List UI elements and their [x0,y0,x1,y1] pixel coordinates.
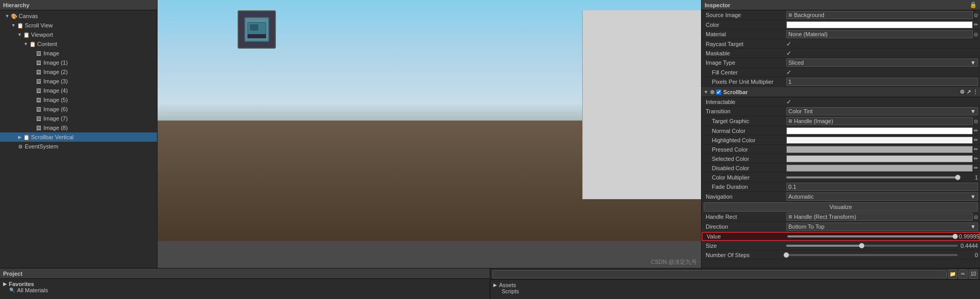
size-track[interactable] [786,245,958,247]
scrollbar-more-icon[interactable]: ⋮ [973,89,978,95]
disabled-color-edit[interactable]: ✏ [974,165,978,171]
maskable-check[interactable]: ✓ [786,50,791,57]
color-multiplier-fill [786,176,958,178]
favorites-label[interactable]: Favorites [9,281,34,287]
tree-item-image7[interactable]: 🖼 Image (7) [0,114,157,123]
selected-color-edit[interactable]: ✏ [974,156,978,161]
pressed-color-edit[interactable]: ✏ [974,146,978,152]
tree-item-image8[interactable]: 🖼 Image (8) [0,123,157,132]
all-materials-label[interactable]: All Materials [17,287,48,293]
disabled-color-swatch[interactable] [786,165,973,172]
tree-item-image1[interactable]: 🖼 Image (1) [0,58,157,67]
maskable-label: Maskable [704,50,786,56]
tree-item-viewport[interactable]: ▼ 📋 Viewport [0,30,157,39]
target-graphic-target-icon[interactable]: ⊙ [974,118,978,124]
highlighted-color-label: Highlighted Color [704,137,786,143]
color-multiplier-number: 1 [960,174,978,181]
pressed-color-label: Pressed Color [704,146,786,153]
value-track[interactable] [787,235,957,237]
transition-dropdown[interactable]: Color Tint ▼ [786,107,978,115]
color-multiplier-slider: 1 [786,174,978,181]
color-multiplier-track[interactable] [786,176,958,178]
assets-content: ▶ Assets Scripts [490,280,980,299]
normal-color-edit[interactable]: ✏ [974,128,978,133]
color-row: Color ✏ [702,20,980,29]
selected-color-swatch[interactable] [786,155,973,162]
color-multiplier-value: 1 [786,174,978,181]
assets-search[interactable] [492,270,947,278]
icon-image7: 🖼 [35,115,42,122]
material-target-icon[interactable]: ⊙ [974,32,978,37]
label-image2: Image (2) [43,69,68,75]
tree-item-image5[interactable]: 🖼 Image (5) [0,95,157,104]
value-value: 0.99995 [787,233,977,240]
image-type-dropdown[interactable]: Sliced ▼ [786,58,978,67]
label-image4: Image (4) [43,87,68,94]
material-value: None (Material) ⊙ [786,30,978,38]
arrow-content: ▼ [23,41,29,47]
scrollbar-expand-icon[interactable]: ↗ [967,89,971,95]
fade-duration-input[interactable] [786,183,978,191]
number-of-steps-thumb[interactable] [784,252,789,258]
size-fill [786,245,862,247]
normal-color-swatch[interactable] [786,127,973,134]
target-graphic-field[interactable]: ⊞ Handle (Image) [786,117,973,125]
material-label: Material [704,31,786,37]
color-swatch[interactable] [786,21,973,28]
tree-item-image4[interactable]: 🖼 Image (4) [0,86,157,95]
disabled-color-label: Disabled Color [704,165,786,171]
tree-item-image0[interactable]: 🖼 Image [0,49,157,58]
direction-dropdown[interactable]: Bottom To Top ▼ [786,222,978,231]
material-text: None (Material) [788,31,828,37]
target-graphic-ref-icon: ⊞ [788,118,792,124]
scrollbar-settings-icon[interactable]: ⚙ [960,89,965,95]
number-of-steps-track[interactable] [786,254,958,256]
visualize-button[interactable]: Visualize [704,202,978,212]
handle-rect-text: Handle (Rect Transform) [794,214,856,220]
lock-icon[interactable]: 🔒 [970,2,977,8]
tree-item-scrollbar-vertical[interactable]: ▶ 📋 Scrollbar Vertical [0,132,157,142]
dropdown-arrow-navigation: ▼ [970,193,976,200]
handle-rect-target-icon[interactable]: ⊙ [974,214,978,220]
size-number: 0.4444 [960,243,978,249]
tree-item-image2[interactable]: 🖼 Image (2) [0,67,157,77]
color-label: Color [704,22,786,28]
arrow-viewport: ▼ [17,32,23,38]
highlighted-color-value: ✏ [786,137,978,144]
tree-item-scrollview[interactable]: ▼ 📋 Scroll View [0,21,157,30]
pixels-per-unit-input[interactable] [786,78,978,86]
color-edit-icon[interactable]: ✏ [974,22,978,27]
pressed-color-swatch[interactable] [786,146,973,153]
value-thumb[interactable] [953,234,958,239]
handle-rect-field[interactable]: ⊞ Handle (Rect Transform) [786,213,973,221]
handle-rect-label: Handle Rect [704,214,786,220]
scripts-row[interactable]: Scripts [493,288,977,294]
scene-view: CSDN @淡定九号 [158,0,701,268]
highlighted-color-edit[interactable]: ✏ [974,137,978,143]
assets-icon-btn-3[interactable]: 10 [969,270,978,279]
scrollbar-triangle: ▼ [704,89,708,95]
color-multiplier-thumb[interactable] [955,175,960,180]
tree-item-content[interactable]: ▼ 📋 Content [0,39,157,49]
value-slider: 0.99995 [787,233,977,240]
tree-item-image6[interactable]: 🖼 Image (6) [0,104,157,114]
number-of-steps-row: Number Of Steps 0 [702,250,980,260]
size-thumb[interactable] [859,243,864,248]
assets-row[interactable]: ▶ Assets [493,282,977,288]
highlighted-color-swatch[interactable] [786,137,973,144]
tree-item-eventsystem[interactable]: ⚙ EventSystem [0,142,157,151]
navigation-dropdown[interactable]: Automatic ▼ [786,192,978,201]
source-image-field[interactable]: ⊞ Background [786,11,973,19]
fill-center-check[interactable]: ✓ [786,69,791,76]
interactable-check[interactable]: ✓ [786,98,791,106]
material-field[interactable]: None (Material) [786,30,973,38]
main-area: Hierarchy ▼ 🎨 Canvas ▼ 📋 Scroll View ▼ 📋… [0,0,980,268]
assets-icon-btn-1[interactable]: 📁 [948,270,957,279]
tree-item-image3[interactable]: 🖼 Image (3) [0,77,157,86]
assets-icon-btn-2[interactable]: ✏ [958,270,968,279]
selected-color-row: Selected Color ✏ [702,154,980,163]
scrollbar-enabled-check[interactable] [716,89,721,95]
raycast-target-check[interactable]: ✓ [786,40,791,48]
tree-item-canvas[interactable]: ▼ 🎨 Canvas [0,11,157,21]
source-image-target-icon[interactable]: ⊙ [974,12,978,18]
